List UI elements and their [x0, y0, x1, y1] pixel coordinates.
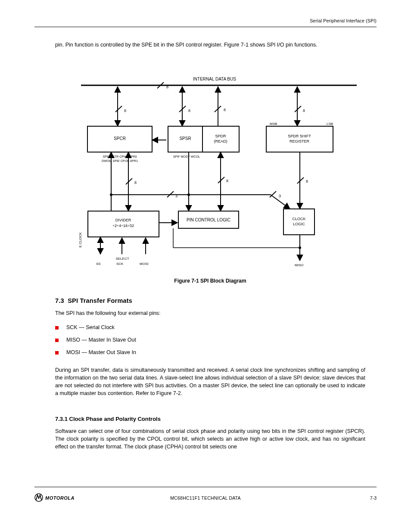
bullet-icon — [55, 326, 59, 330]
svg-text:REGISTER: REGISTER — [290, 139, 310, 143]
svg-text:8: 8 — [134, 180, 137, 185]
svg-text:INTERNAL DATA BUS: INTERNAL DATA BUS — [193, 77, 236, 81]
header-rule — [34, 27, 377, 27]
svg-text:SPDR SHIFT: SPDR SHIFT — [288, 134, 311, 138]
svg-text:SS: SS — [96, 262, 101, 266]
svg-text:SPSR: SPSR — [179, 136, 191, 141]
svg-text:8: 8 — [306, 179, 308, 184]
footer-center: MC68HC11F1 TECHNICAL DATA — [0, 495, 411, 501]
svg-text:SCK: SCK — [116, 262, 124, 266]
svg-text:DIVIDER: DIVIDER — [115, 218, 131, 222]
section-heading: 7.3 SPI Transfer Formats — [55, 297, 132, 304]
svg-text:CLOCK: CLOCK — [292, 217, 305, 221]
svg-text:MSB: MSB — [270, 122, 277, 126]
svg-text:SELECT: SELECT — [115, 257, 129, 261]
svg-text:÷2÷4÷16÷32: ÷2÷4÷16÷32 — [112, 224, 134, 228]
page: Serial Peripheral Interface (SPI) pin. P… — [0, 0, 411, 532]
svg-text:MISO: MISO — [295, 263, 303, 267]
bullet-text: SCK — Serial Clock — [66, 324, 115, 330]
bullet-icon — [55, 351, 59, 355]
svg-text:SPDR: SPDR — [215, 134, 226, 138]
svg-text:(READ): (READ) — [214, 139, 227, 143]
block-diagram: INTERNAL DATA BUS 8 8 8 8 8 — [55, 71, 365, 275]
spi-pins-label: SPI has the following four external pins… — [66, 310, 161, 316]
svg-line-29 — [126, 178, 132, 184]
svg-point-58 — [299, 246, 301, 249]
svg-text:DWOM    SPIE     CPOL    SPR1: DWOM SPIE CPOL SPR1 — [102, 159, 138, 163]
svg-line-13 — [295, 106, 301, 112]
svg-line-39 — [218, 177, 224, 183]
svg-text:SPE    MSTR    CPHA    SPR0: SPE MSTR CPHA SPR0 — [103, 155, 137, 159]
bullet-text: MOSI — Master Out Slave In — [66, 349, 136, 355]
section-p1: The SPI has the following four external … — [55, 309, 365, 317]
svg-text:LOGIC: LOGIC — [293, 222, 305, 226]
svg-text:SPIF   MODF  WCOL: SPIF MODF WCOL — [173, 155, 200, 159]
svg-text:8: 8 — [226, 179, 228, 183]
intro-paragraph: pin. Pin function is controlled by the S… — [55, 41, 365, 49]
subsection-heading: 7.3.1 Clock Phase and Polarity Controls — [55, 416, 161, 422]
bullet-text: MISO — Master In Slave Out — [66, 337, 136, 343]
footer-rule — [34, 487, 377, 487]
svg-text:SPCR: SPCR — [114, 136, 126, 141]
svg-text:8: 8 — [303, 109, 305, 113]
svg-text:8: 8 — [166, 85, 168, 89]
subsection-body: Software can select one of four combinat… — [55, 427, 365, 451]
footer-page: 7-3 — [370, 495, 377, 501]
bullet-icon — [55, 339, 59, 342]
svg-text:MOSI: MOSI — [140, 262, 148, 266]
section-body: During an SPI transfer, data is simultan… — [55, 366, 365, 397]
svg-text:E CLOCK: E CLOCK — [78, 232, 82, 248]
svg-point-41 — [187, 193, 190, 196]
svg-text:8: 8 — [188, 109, 190, 113]
header-right: Serial Peripheral Interface (SPI) — [310, 18, 377, 23]
svg-text:3: 3 — [175, 194, 177, 198]
svg-text:LSB: LSB — [327, 122, 333, 126]
svg-line-12 — [115, 106, 122, 112]
section-num: 7.3 — [55, 297, 64, 304]
svg-text:8: 8 — [124, 109, 126, 113]
svg-text:3: 3 — [279, 194, 281, 198]
svg-line-43 — [297, 177, 304, 184]
svg-text:8: 8 — [224, 108, 226, 112]
svg-point-32 — [110, 193, 112, 196]
svg-text:PIN CONTROL LOGIC: PIN CONTROL LOGIC — [187, 218, 230, 222]
figure-caption: Figure 7-1 SPI Block Diagram — [55, 278, 365, 284]
section-title: SPI Transfer Formats — [68, 297, 132, 304]
